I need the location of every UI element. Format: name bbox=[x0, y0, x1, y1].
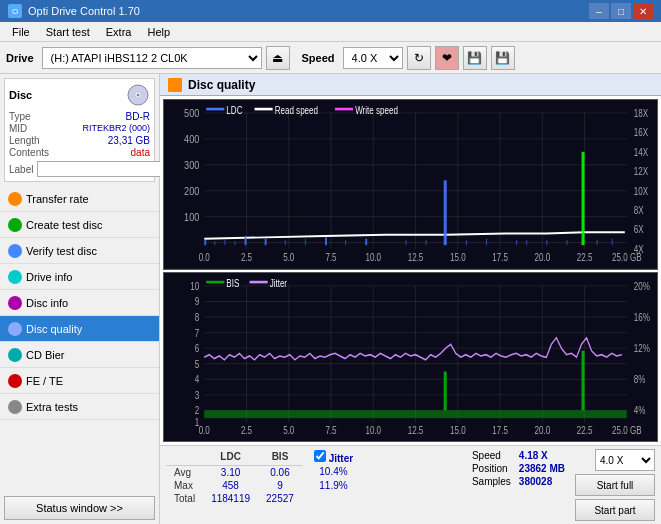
svg-text:10X: 10X bbox=[634, 186, 648, 197]
svg-text:0.0: 0.0 bbox=[199, 424, 210, 435]
sidebar-item-label: Create test disc bbox=[26, 219, 102, 231]
svg-rect-64 bbox=[597, 240, 598, 245]
samples-label: Samples bbox=[468, 475, 515, 488]
minimize-button[interactable]: – bbox=[589, 3, 609, 19]
svg-text:Write speed: Write speed bbox=[355, 105, 398, 116]
sidebar-item-label: Disc quality bbox=[26, 323, 82, 335]
start-part-button[interactable]: Start part bbox=[575, 499, 655, 521]
svg-text:100: 100 bbox=[184, 210, 199, 222]
speed-value: 4.18 X bbox=[515, 449, 569, 462]
sidebar-item-disc-quality[interactable]: Disc quality bbox=[0, 316, 159, 342]
sidebar-item-label: Verify test disc bbox=[26, 245, 97, 257]
svg-text:4: 4 bbox=[195, 374, 199, 385]
save-button[interactable]: 💾 bbox=[491, 46, 515, 70]
svg-rect-43 bbox=[204, 240, 206, 245]
svg-rect-48 bbox=[444, 180, 447, 245]
svg-text:4%: 4% bbox=[634, 405, 646, 416]
svg-rect-122 bbox=[250, 280, 268, 283]
svg-rect-61 bbox=[526, 240, 527, 245]
svg-text:16%: 16% bbox=[634, 312, 650, 323]
svg-rect-50 bbox=[214, 241, 215, 245]
ldc-header: LDC bbox=[203, 449, 258, 465]
svg-text:6X: 6X bbox=[634, 225, 644, 236]
label-input[interactable] bbox=[37, 161, 170, 177]
charts: 500 400 300 200 100 18X 16X 14X 12X 10X … bbox=[160, 96, 661, 445]
skin-button[interactable]: 💾 bbox=[463, 46, 487, 70]
sidebar-item-extra-tests[interactable]: Extra tests bbox=[0, 394, 159, 420]
svg-rect-62 bbox=[546, 240, 547, 245]
svg-rect-120 bbox=[206, 280, 224, 283]
svg-text:17.5: 17.5 bbox=[492, 424, 508, 435]
max-jitter: 11.9% bbox=[302, 479, 361, 492]
svg-rect-56 bbox=[405, 240, 406, 245]
total-jitter bbox=[302, 492, 361, 505]
ldc-chart-svg: 500 400 300 200 100 18X 16X 14X 12X 10X … bbox=[164, 100, 657, 269]
svg-rect-117 bbox=[204, 410, 627, 418]
bis-jitter-chart: 10 9 8 7 6 5 4 3 2 1 20% 16% 12% 8% 4% bbox=[163, 272, 658, 443]
config-button[interactable]: ❤ bbox=[435, 46, 459, 70]
avg-jitter: 10.4% bbox=[302, 465, 361, 479]
transfer-rate-icon bbox=[8, 192, 22, 206]
menu-file[interactable]: File bbox=[4, 24, 38, 40]
main: Disc Type BD-R MID RITEKBR2 (000) Length… bbox=[0, 74, 661, 524]
svg-text:10: 10 bbox=[190, 280, 199, 291]
svg-text:20%: 20% bbox=[634, 280, 650, 291]
sidebar-item-label: Transfer rate bbox=[26, 193, 89, 205]
sidebar-item-cd-bier[interactable]: CD Bier bbox=[0, 342, 159, 368]
stats-bar: LDC BIS Jitter Avg 3.10 0.06 10.4% bbox=[160, 445, 661, 524]
svg-text:5: 5 bbox=[195, 358, 199, 369]
sidebar-item-drive-info[interactable]: Drive info bbox=[0, 264, 159, 290]
disc-label-row: Label ✎ bbox=[9, 161, 150, 177]
maximize-button[interactable]: □ bbox=[611, 3, 631, 19]
sidebar-item-verify-test-disc[interactable]: Verify test disc bbox=[0, 238, 159, 264]
drive-select[interactable]: (H:) ATAPI iHBS112 2 CL0K bbox=[42, 47, 262, 69]
disc-quality-icon bbox=[168, 78, 182, 92]
svg-text:200: 200 bbox=[184, 185, 199, 197]
speed-select[interactable]: 4.0 X bbox=[343, 47, 403, 69]
svg-text:5.0: 5.0 bbox=[283, 252, 294, 263]
svg-text:LDC: LDC bbox=[226, 105, 242, 116]
bis-jitter-chart-svg: 10 9 8 7 6 5 4 3 2 1 20% 16% 12% 8% 4% bbox=[164, 273, 657, 442]
svg-text:16X: 16X bbox=[634, 127, 648, 138]
close-button[interactable]: ✕ bbox=[633, 3, 653, 19]
disc-icon bbox=[126, 83, 150, 107]
svg-text:BIS: BIS bbox=[226, 278, 239, 289]
svg-text:7.5: 7.5 bbox=[325, 252, 336, 263]
menu-help[interactable]: Help bbox=[139, 24, 178, 40]
sidebar-item-fe-te[interactable]: FE / TE bbox=[0, 368, 159, 394]
svg-text:7: 7 bbox=[195, 327, 199, 338]
disc-header: Disc bbox=[9, 83, 150, 107]
sidebar-item-label: CD Bier bbox=[26, 349, 65, 361]
svg-rect-55 bbox=[345, 240, 346, 245]
menu-extra[interactable]: Extra bbox=[98, 24, 140, 40]
titlebar-controls: – □ ✕ bbox=[589, 3, 653, 19]
refresh-button[interactable]: ↻ bbox=[407, 46, 431, 70]
svg-text:10.0: 10.0 bbox=[365, 424, 381, 435]
menu-starttest[interactable]: Start test bbox=[38, 24, 98, 40]
toolbar: Drive (H:) ATAPI iHBS112 2 CL0K ⏏ Speed … bbox=[0, 42, 661, 74]
sidebar-item-create-test-disc[interactable]: Create test disc bbox=[0, 212, 159, 238]
position-value: 23862 MB bbox=[515, 462, 569, 475]
svg-rect-118 bbox=[444, 371, 447, 410]
svg-text:8%: 8% bbox=[634, 374, 646, 385]
speed-info: Speed 4.18 X Position 23862 MB Samples 3… bbox=[468, 449, 569, 488]
speed-label: Speed bbox=[468, 449, 515, 462]
svg-rect-53 bbox=[285, 240, 286, 245]
svg-rect-54 bbox=[305, 239, 306, 245]
svg-text:12.5: 12.5 bbox=[408, 424, 424, 435]
disc-info-icon bbox=[8, 296, 22, 310]
status-window-button[interactable]: Status window >> bbox=[4, 496, 155, 520]
extra-tests-icon bbox=[8, 400, 22, 414]
stats-table: LDC BIS Jitter Avg 3.10 0.06 10.4% bbox=[166, 449, 460, 505]
sidebar-item-transfer-rate[interactable]: Transfer rate bbox=[0, 186, 159, 212]
jitter-checkbox[interactable] bbox=[314, 450, 326, 462]
avg-ldc: 3.10 bbox=[203, 465, 258, 479]
svg-text:12X: 12X bbox=[634, 166, 648, 177]
start-full-button[interactable]: Start full bbox=[575, 474, 655, 496]
svg-rect-60 bbox=[516, 240, 517, 245]
svg-rect-47 bbox=[365, 239, 367, 245]
titlebar-left: O Opti Drive Control 1.70 bbox=[8, 4, 140, 18]
eject-button[interactable]: ⏏ bbox=[266, 46, 290, 70]
speed-dropdown[interactable]: 4.0 X bbox=[595, 449, 655, 471]
sidebar-item-disc-info[interactable]: Disc info bbox=[0, 290, 159, 316]
